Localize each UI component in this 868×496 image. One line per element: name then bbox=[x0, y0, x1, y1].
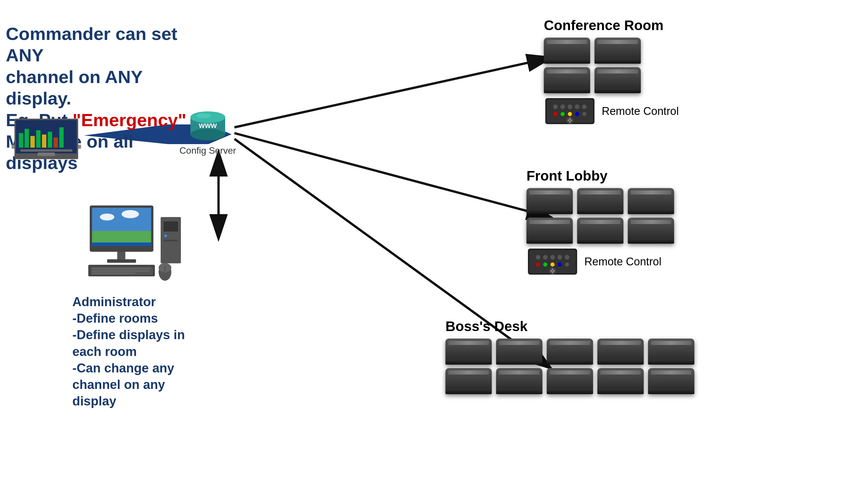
stb-device: ◾◾◾◾◾◾◾ bbox=[496, 339, 542, 365]
svg-line-8 bbox=[234, 133, 550, 217]
admin-item-2: -Define displays in each room bbox=[72, 326, 203, 359]
svg-line-7 bbox=[234, 58, 550, 127]
svg-rect-35 bbox=[92, 243, 151, 246]
stb-device: ◾◾◾◾◾◾◾ bbox=[547, 368, 593, 394]
svg-text:WWW: WWW bbox=[199, 122, 217, 129]
conference-room-row2: ◾◾◾◾◾◾◾ ◾◾◾◾◾◾◾ bbox=[544, 67, 833, 93]
stb-device: ◾◾◾◾◾◾◾ bbox=[496, 368, 542, 394]
svg-point-76 bbox=[551, 262, 555, 266]
stb-device: ◾◾◾◾◾◾◾ bbox=[648, 339, 694, 365]
stb-device: ◾◾◾◾◾◾◾ bbox=[598, 339, 644, 365]
front-lobby: Front Lobby ◾◾◾◾◾◾◾ ◾◾◾◾◾◾◾ ◾◾◾◾◾◾◾ ◾◾◾◾… bbox=[526, 168, 845, 276]
svg-point-54 bbox=[568, 105, 572, 109]
svg-rect-22 bbox=[37, 153, 55, 156]
svg-rect-39 bbox=[164, 221, 178, 232]
svg-point-71 bbox=[550, 255, 555, 260]
svg-point-33 bbox=[100, 214, 114, 220]
admin-area: Administrator -Define rooms -Define disp… bbox=[72, 203, 203, 409]
conference-room-title: Conference Room bbox=[544, 17, 833, 33]
svg-rect-41 bbox=[164, 239, 178, 241]
admin-title: Administrator bbox=[72, 293, 203, 310]
commander-laptop bbox=[6, 110, 93, 174]
front-lobby-row2: ◾◾◾◾◾◾◾ ◾◾◾◾◾◾◾ ◾◾◾◾◾◾◾ bbox=[526, 218, 845, 244]
svg-rect-31 bbox=[92, 208, 151, 231]
bosss-desk-row2: ◾◾◾◾◾◾◾ ◾◾◾◾◾◾◾ ◾◾◾◾◾◾◾ ◾◾◾◾◾◾◾ ◾◾◾◾◾◾◾ bbox=[446, 368, 851, 394]
conference-room: Conference Room ◾◾◾◾◾◾◾ ◾◾◾◾◾◾◾ ◾◾◾◾◾◾◾ … bbox=[544, 17, 833, 126]
svg-rect-20 bbox=[59, 127, 64, 148]
stb-device: ◾◾◾◾◾◾◾ bbox=[577, 218, 623, 244]
config-server-label: Config Server bbox=[180, 145, 236, 156]
stb-device: ◾◾◾◾◾◾◾ bbox=[594, 37, 641, 64]
svg-rect-36 bbox=[117, 252, 125, 261]
front-lobby-title: Front Lobby bbox=[526, 168, 845, 184]
conference-remote-area: Remote Control bbox=[544, 97, 833, 126]
svg-point-53 bbox=[560, 105, 565, 109]
conference-room-row1: ◾◾◾◾◾◾◾ ◾◾◾◾◾◾◾ bbox=[544, 37, 833, 64]
stb-device: ◾◾◾◾◾◾◾ bbox=[594, 67, 641, 93]
front-lobby-row1: ◾◾◾◾◾◾◾ ◾◾◾◾◾◾◾ ◾◾◾◾◾◾◾ bbox=[526, 188, 845, 214]
svg-point-61 bbox=[582, 112, 586, 116]
svg-rect-17 bbox=[42, 135, 46, 148]
svg-point-69 bbox=[536, 255, 540, 260]
admin-text: Administrator -Define rooms -Define disp… bbox=[72, 293, 203, 409]
stb-device: ◾◾◾◾◾◾◾ bbox=[628, 188, 674, 214]
admin-item-1: -Define rooms bbox=[72, 310, 203, 326]
stb-device: ◾◾◾◾◾◾◾ bbox=[544, 67, 590, 93]
stb-device: ◾◾◾◾◾◾◾ bbox=[526, 218, 573, 244]
svg-point-55 bbox=[575, 105, 579, 109]
admin-item-3: -Can change any channel on any display bbox=[72, 360, 203, 409]
svg-rect-45 bbox=[92, 270, 150, 272]
remote-control-svg bbox=[544, 97, 596, 126]
svg-point-40 bbox=[164, 234, 167, 237]
commander-line1: Commander can set ANY bbox=[6, 24, 177, 65]
svg-point-73 bbox=[565, 255, 569, 260]
bosss-desk-row1: ◾◾◾◾◾◾◾ ◾◾◾◾◾◾◾ ◾◾◾◾◾◾◾ ◾◾◾◾◾◾◾ ◾◾◾◾◾◾◾ bbox=[446, 339, 851, 365]
svg-rect-37 bbox=[107, 259, 136, 263]
svg-point-70 bbox=[543, 255, 547, 260]
commander-line2: channel on ANY display. bbox=[6, 67, 142, 108]
svg-rect-14 bbox=[25, 129, 29, 148]
svg-rect-19 bbox=[53, 138, 58, 148]
svg-point-78 bbox=[565, 262, 569, 266]
svg-rect-16 bbox=[36, 130, 41, 148]
stb-device: ◾◾◾◾◾◾◾ bbox=[446, 339, 492, 365]
front-lobby-remote-label: Remote Control bbox=[584, 255, 661, 268]
stb-device: ◾◾◾◾◾◾◾ bbox=[577, 188, 623, 214]
svg-rect-13 bbox=[19, 133, 23, 148]
stb-device: ◾◾◾◾◾◾◾ bbox=[544, 37, 590, 64]
svg-point-77 bbox=[558, 262, 562, 266]
conference-remote-label: Remote Control bbox=[602, 105, 679, 118]
front-lobby-remote-area: Remote Control bbox=[526, 247, 845, 276]
svg-point-27 bbox=[196, 113, 211, 118]
remote-control-svg2 bbox=[526, 247, 578, 276]
stb-device: ◾◾◾◾◾◾◾ bbox=[446, 368, 492, 394]
svg-point-57 bbox=[553, 112, 557, 116]
stb-device: ◾◾◾◾◾◾◾ bbox=[628, 218, 674, 244]
svg-rect-21 bbox=[20, 149, 72, 152]
svg-point-58 bbox=[561, 112, 565, 116]
svg-point-72 bbox=[557, 255, 562, 260]
bosss-desk: Boss's Desk ◾◾◾◾◾◾◾ ◾◾◾◾◾◾◾ ◾◾◾◾◾◾◾ ◾◾◾◾… bbox=[446, 318, 851, 398]
bosss-desk-title: Boss's Desk bbox=[446, 318, 851, 334]
svg-rect-46 bbox=[92, 273, 136, 274]
svg-point-52 bbox=[553, 105, 558, 109]
config-server: WWW Config Server bbox=[180, 110, 236, 156]
svg-point-34 bbox=[122, 210, 139, 218]
svg-rect-15 bbox=[30, 136, 35, 148]
stb-device: ◾◾◾◾◾◾◾ bbox=[648, 368, 694, 394]
stb-device: ◾◾◾◾◾◾◾ bbox=[547, 339, 593, 365]
svg-point-25 bbox=[190, 129, 225, 140]
svg-rect-18 bbox=[48, 132, 52, 148]
stb-device: ◾◾◾◾◾◾◾ bbox=[598, 368, 644, 394]
svg-point-60 bbox=[575, 112, 579, 116]
svg-point-74 bbox=[536, 262, 540, 266]
svg-point-59 bbox=[568, 112, 572, 116]
svg-point-56 bbox=[582, 105, 587, 109]
stb-device: ◾◾◾◾◾◾◾ bbox=[526, 188, 573, 214]
svg-rect-44 bbox=[92, 268, 150, 269]
svg-point-75 bbox=[543, 262, 547, 266]
